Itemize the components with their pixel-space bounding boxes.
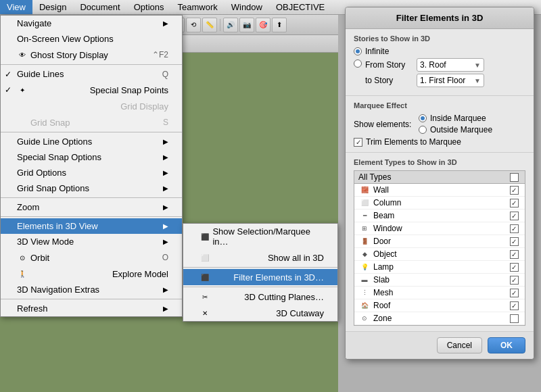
submenu-item-showall[interactable]: ⬜ Show all in 3D [183, 249, 337, 266]
mesh-label: Mesh [373, 288, 507, 297]
to-story-dropdown[interactable]: 1. First Floor ▼ [417, 74, 484, 87]
window-checkbox[interactable] [510, 224, 519, 233]
submenu-item-showsel[interactable]: ⬛ Show Selection/Marquee in… [183, 224, 337, 249]
menu-item-onscreen[interactable]: On-Screen View Options [1, 31, 182, 47]
cutting-icon: ✂ [199, 291, 210, 302]
column-checkbox[interactable] [510, 199, 519, 207]
menu-item-snappoints[interactable]: ✓ ✦ Special Snap Points [1, 82, 182, 98]
zone-cb-container [507, 314, 521, 323]
roof-checkbox[interactable] [510, 301, 519, 310]
infinite-radio-item[interactable]: Infinite [354, 47, 525, 56]
menu-item-zoom[interactable]: Zoom ▶ [1, 199, 182, 215]
toolbar-sep-2 [220, 19, 220, 31]
menu-item-gridsnapopt[interactable]: Grid Snap Options ▶ [1, 180, 182, 196]
inside-marquee-radio[interactable] [419, 114, 427, 122]
cutaway-icon: ✕ [199, 308, 210, 318]
lamp-checkbox[interactable] [510, 263, 519, 272]
window-cb-container [507, 224, 521, 233]
menu-item-navigate[interactable]: Navigate ▶ [1, 16, 182, 31]
toolbar-btn-16[interactable]: 🎯 [256, 18, 270, 32]
cancel-button[interactable]: Cancel [437, 337, 482, 353]
beam-label: Beam [373, 211, 507, 220]
trim-elements-checkbox[interactable]: ✓ [354, 138, 362, 147]
ok-button[interactable]: OK [488, 337, 525, 353]
element-row-window: ⊞ Window [354, 222, 525, 235]
menu-design[interactable]: Design [32, 0, 73, 14]
door-checkbox[interactable] [510, 237, 519, 246]
grid-icon [17, 101, 28, 112]
zone-label: Zone [373, 314, 507, 323]
infinite-radio[interactable] [354, 47, 362, 55]
sep-5 [1, 299, 182, 299]
menu-options[interactable]: Options [127, 0, 171, 14]
outside-marquee-label: Outside Marquee [430, 125, 492, 134]
all-types-label: All Types [358, 172, 507, 182]
menu-item-griddisplay[interactable]: Grid Display [1, 98, 182, 114]
arrow-icon: ▶ [163, 20, 168, 27]
arrow-icon-10: ▶ [163, 305, 168, 312]
zone-icon: ⊙ [358, 313, 371, 324]
mesh-checkbox[interactable] [510, 289, 519, 297]
marquee-section: Marquee Effect Show elements: Inside Mar… [346, 96, 534, 153]
menu-item-glopt[interactable]: Guide Line Options ▶ [1, 134, 182, 149]
wall-checkbox[interactable] [510, 186, 519, 195]
menu-teamwork[interactable]: Teamwork [170, 0, 224, 14]
element-types-section: Element Types to Show in 3D All Types 🧱 … [346, 153, 534, 331]
menu-item-guidelines[interactable]: ✓ Guide Lines Q [1, 66, 182, 82]
outside-marquee-item[interactable]: Outside Marquee [419, 125, 492, 134]
sep-2 [1, 132, 182, 132]
toolbar-btn-17[interactable]: ⬆ [272, 18, 287, 32]
show-elements-row: Show elements: Inside Marquee Outside Ma… [354, 114, 525, 134]
menu-item-3dnavext[interactable]: 3D Navigation Extras ▶ [1, 282, 182, 297]
toolbar-btn-14[interactable]: 🔊 [223, 18, 238, 32]
menu-document[interactable]: Document [73, 0, 126, 14]
showall-icon: ⬜ [199, 252, 210, 263]
lamp-label: Lamp [373, 262, 507, 272]
trim-elements-item[interactable]: ✓ Trim Elements to Marquee [354, 137, 525, 147]
trim-elements-label: Trim Elements to Marquee [366, 137, 461, 147]
menu-item-gridopt[interactable]: Grid Options ▶ [1, 165, 182, 180]
submenu-item-filter[interactable]: ⬛ Filter Elements in 3D… [183, 269, 337, 285]
window-icon: ⊞ [358, 223, 371, 234]
explore-icon: 🚶 [17, 268, 28, 279]
menu-item-explore[interactable]: 🚶 Explore Model [1, 266, 182, 282]
filter-panel: Filter Elements in 3D Stories to Show in… [345, 7, 534, 360]
menu-item-refresh[interactable]: Refresh ▶ [1, 301, 182, 316]
inside-marquee-item[interactable]: Inside Marquee [419, 114, 492, 123]
outside-marquee-radio[interactable] [419, 126, 427, 134]
submenu-item-cutaway[interactable]: ✕ 3D Cutaway [183, 305, 337, 321]
all-types-checkbox[interactable] [510, 173, 519, 182]
toolbar-btn-15[interactable]: 📷 [239, 18, 254, 32]
menu-objective[interactable]: OBJECTIVE [269, 0, 331, 14]
from-story-dropdown[interactable]: 3. Roof ▼ [417, 58, 484, 72]
submenu-sep-2 [183, 287, 337, 287]
wall-icon: 🧱 [358, 185, 371, 195]
menu-item-ghost[interactable]: 👁 Ghost Story Display ⌃F2 [1, 47, 182, 63]
menu-window[interactable]: Window [225, 0, 269, 14]
menu-item-3dviewmode[interactable]: 3D View Mode ▶ [1, 234, 182, 249]
roof-icon: 🏠 [358, 300, 371, 311]
menu-view[interactable]: View [0, 0, 32, 14]
submenu-item-cutting[interactable]: ✂ 3D Cutting Planes… [183, 289, 337, 305]
menu-item-gridsnap[interactable]: Grid Snap S [1, 114, 182, 130]
toolbar-btn-12[interactable]: ⟲ [186, 18, 201, 32]
arrow-icon-3: ▶ [163, 153, 168, 161]
fromstory-radio[interactable] [354, 59, 362, 68]
marquee-radio-group: Inside Marquee Outside Marquee [419, 114, 492, 134]
element-row-wall: 🧱 Wall [354, 184, 525, 197]
zone-checkbox[interactable] [510, 314, 519, 323]
menu-item-elements3d[interactable]: Elements in 3D View ▶ [1, 218, 182, 234]
menu-item-orbit[interactable]: ⊙ Orbit O [1, 249, 182, 266]
fromstory-radio-item[interactable]: From Story 3. Roof ▼ to Story 1. First F… [354, 58, 525, 90]
stories-radio-group: Infinite From Story 3. Roof ▼ to Story [354, 47, 525, 90]
inside-marquee-label: Inside Marquee [430, 114, 486, 123]
mesh-icon: ⋮ [358, 287, 371, 298]
slab-checkbox[interactable] [510, 276, 519, 285]
all-types-checkbox-container [507, 173, 521, 182]
toolbar-btn-13[interactable]: 📏 [202, 18, 217, 32]
show-elements-label: Show elements: [354, 120, 415, 129]
mesh-cb-container [507, 289, 521, 297]
object-checkbox[interactable] [510, 250, 519, 259]
menu-item-ssopt[interactable]: Special Snap Options ▶ [1, 149, 182, 165]
beam-checkbox[interactable] [510, 212, 519, 220]
